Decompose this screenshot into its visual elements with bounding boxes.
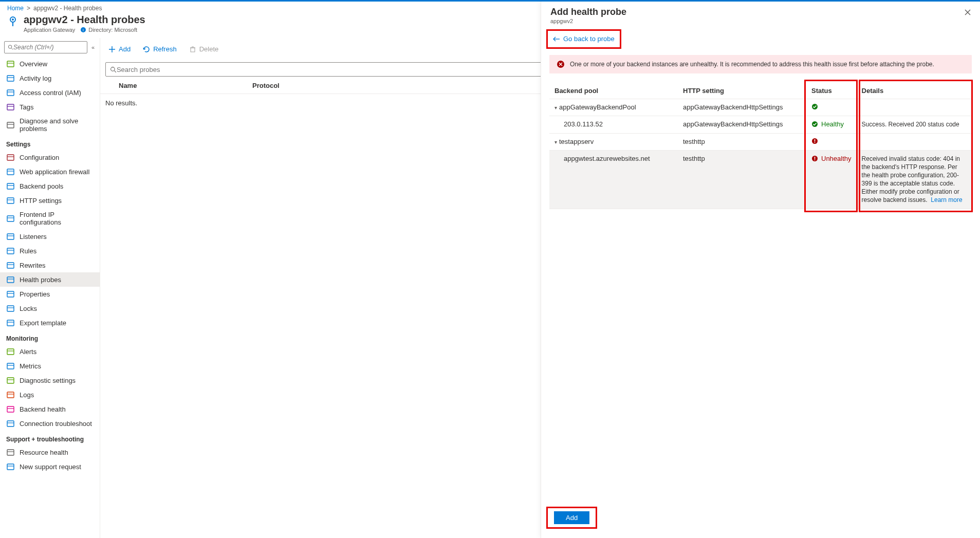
sidebar-item-export-template[interactable]: Export template bbox=[0, 316, 100, 330]
delete-button: Delete bbox=[186, 43, 222, 55]
svg-rect-9 bbox=[7, 76, 14, 81]
svg-rect-74 bbox=[815, 142, 816, 143]
sidebar-item-http-settings[interactable]: HTTP settings bbox=[0, 193, 100, 208]
svg-rect-11 bbox=[7, 90, 14, 96]
cell-details: Success. Received 200 status code bbox=[857, 116, 972, 133]
svg-rect-19 bbox=[7, 169, 14, 175]
sidebar-item-configuration[interactable]: Configuration bbox=[0, 150, 100, 164]
sidebar-item-diagnose-and-solve-problems[interactable]: Diagnose and solve problems bbox=[0, 114, 100, 136]
svg-rect-27 bbox=[7, 234, 14, 239]
svg-rect-29 bbox=[7, 248, 14, 254]
sidebar-item-label: New support request bbox=[20, 463, 81, 471]
add-button[interactable]: Add bbox=[105, 43, 134, 55]
sidebar-item-rules[interactable]: Rules bbox=[0, 244, 100, 258]
svg-rect-15 bbox=[7, 122, 14, 128]
sidebar-item-resource-health[interactable]: Resource health bbox=[0, 445, 100, 459]
sidebar-item-rewrites[interactable]: Rewrites bbox=[0, 258, 100, 272]
sidebar-item-alerts[interactable]: Alerts bbox=[0, 344, 100, 359]
sidebar-item-new-support-request[interactable]: New support request bbox=[0, 459, 100, 474]
cell-status bbox=[806, 133, 857, 150]
sidebar-item-backend-health[interactable]: Backend health bbox=[0, 402, 100, 416]
sidebar-item-label: Metrics bbox=[20, 362, 41, 370]
sidebar-item-frontend-ip-configurations[interactable]: Frontend IP configurations bbox=[0, 208, 100, 229]
backend-icon bbox=[6, 182, 14, 190]
sidebar-item-activity-log[interactable]: Activity log bbox=[0, 71, 100, 85]
http-icon bbox=[6, 196, 14, 205]
sidebar-item-label: Listeners bbox=[20, 233, 47, 240]
svg-rect-47 bbox=[7, 392, 14, 398]
cell-http: testhttp bbox=[678, 133, 806, 150]
close-blade-button[interactable] bbox=[963, 7, 973, 19]
health-icon bbox=[6, 405, 14, 413]
sidebar-item-logs[interactable]: Logs bbox=[0, 387, 100, 402]
cell-http: appGatewayBackendHttpSettings bbox=[678, 116, 806, 133]
svg-point-1 bbox=[12, 18, 14, 21]
sidebar-item-label: Frontend IP configurations bbox=[20, 211, 94, 226]
cell-pool: ▾appGatewayBackendPool bbox=[549, 99, 678, 116]
svg-rect-53 bbox=[7, 450, 14, 455]
svg-rect-23 bbox=[7, 198, 14, 203]
table-row[interactable]: ▾testappservtesthttp bbox=[549, 133, 972, 150]
sidebar-item-locks[interactable]: Locks bbox=[0, 301, 100, 316]
table-row[interactable]: 203.0.113.52appGatewayBackendHttpSetting… bbox=[549, 116, 972, 133]
sidebar-item-tags[interactable]: Tags bbox=[0, 100, 100, 114]
error-icon bbox=[557, 60, 565, 68]
svg-rect-7 bbox=[7, 61, 14, 67]
sidebar-item-properties[interactable]: Properties bbox=[0, 287, 100, 301]
logs-icon bbox=[6, 391, 14, 399]
search-icon bbox=[110, 66, 117, 73]
add-probe-button[interactable]: Add bbox=[554, 511, 589, 524]
svg-rect-59 bbox=[191, 48, 195, 52]
svg-rect-35 bbox=[7, 291, 14, 297]
sidebar-item-label: Diagnose and solve problems bbox=[20, 117, 94, 133]
trash-icon bbox=[189, 46, 196, 53]
page-title: appgwv2 - Health probes bbox=[24, 14, 145, 26]
activity-icon bbox=[6, 74, 14, 82]
sidebar-item-backend-pools[interactable]: Backend pools bbox=[0, 179, 100, 193]
sidebar-item-overview[interactable]: Overview bbox=[0, 57, 100, 71]
app-gateway-icon bbox=[7, 16, 19, 29]
health-results-table: Backend pool HTTP setting Status Details… bbox=[549, 83, 972, 209]
sidebar-item-diagnostic-settings[interactable]: Diagnostic settings bbox=[0, 373, 100, 387]
waf-icon bbox=[6, 168, 14, 176]
sidebar-item-health-probes[interactable]: Health probes bbox=[0, 272, 100, 287]
unhealthy-alert: One or more of your backend instances ar… bbox=[549, 55, 972, 73]
diag-icon bbox=[6, 376, 14, 384]
svg-rect-51 bbox=[7, 421, 14, 426]
alert-text: One or more of your backend instances ar… bbox=[570, 61, 934, 68]
breadcrumb-home[interactable]: Home bbox=[7, 5, 24, 12]
refresh-button[interactable]: Refresh bbox=[140, 43, 180, 55]
sidebar: « OverviewActivity logAccess control (IA… bbox=[0, 38, 100, 538]
sidebar-search[interactable] bbox=[4, 41, 87, 53]
sidebar-item-label: Export template bbox=[20, 319, 66, 327]
cell-status: Unhealthy bbox=[806, 150, 857, 209]
cell-status bbox=[806, 99, 857, 116]
cell-details: Received invalid status code: 404 in the… bbox=[857, 150, 972, 209]
sidebar-item-label: Configuration bbox=[20, 154, 59, 161]
chevron-down-icon: ▾ bbox=[554, 105, 557, 110]
sidebar-item-label: HTTP settings bbox=[20, 197, 62, 205]
breadcrumb-current: appgwv2 - Health probes bbox=[33, 5, 102, 12]
sidebar-search-input[interactable] bbox=[13, 44, 84, 51]
column-http-setting: HTTP setting bbox=[678, 83, 806, 99]
go-back-link[interactable]: Go back to probe bbox=[553, 35, 615, 43]
collapse-sidebar-icon[interactable]: « bbox=[90, 44, 96, 50]
svg-point-62 bbox=[111, 67, 115, 71]
svg-rect-39 bbox=[7, 320, 14, 326]
sidebar-item-connection-troubleshoot[interactable]: Connection troubleshoot bbox=[0, 416, 100, 431]
sidebar-item-web-application-firewall[interactable]: Web application firewall bbox=[0, 164, 100, 179]
props-icon bbox=[6, 290, 14, 298]
locks-icon bbox=[6, 304, 14, 312]
refresh-icon bbox=[143, 46, 150, 53]
sidebar-item-metrics[interactable]: Metrics bbox=[0, 359, 100, 373]
table-row[interactable]: ▾appGatewayBackendPoolappGatewayBackendH… bbox=[549, 99, 972, 116]
iam-icon bbox=[6, 88, 14, 97]
sidebar-item-label: Locks bbox=[20, 305, 37, 312]
alerts-icon bbox=[6, 347, 14, 356]
sidebar-item-access-control-iam-[interactable]: Access control (IAM) bbox=[0, 85, 100, 100]
learn-more-link[interactable]: Learn more bbox=[931, 196, 962, 203]
info-icon: i bbox=[80, 27, 86, 33]
table-row[interactable]: appgwtest.azurewebsites.nettesthttpUnhea… bbox=[549, 150, 972, 209]
sidebar-item-label: Tags bbox=[20, 103, 33, 111]
sidebar-item-listeners[interactable]: Listeners bbox=[0, 229, 100, 244]
